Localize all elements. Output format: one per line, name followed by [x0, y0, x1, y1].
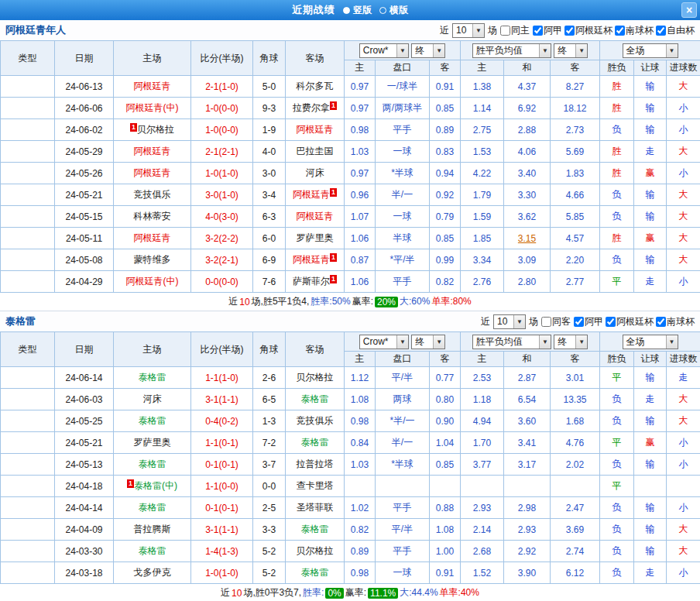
team-name: 科尔多瓦 [297, 81, 334, 91]
avg-final-select[interactable]: 终▼ [554, 43, 588, 58]
odds-final-select[interactable]: 终▼ [411, 335, 445, 349]
same-venue-checkbox[interactable]: 同客 [541, 315, 571, 328]
team-name: 泰格雷 [301, 437, 329, 448]
avg-away-odds: 2.20 [551, 249, 600, 271]
result-goals: 大 [667, 541, 700, 562]
sub-header-avg-away: 客 [551, 60, 600, 76]
avg-draw-odds: 2.87 [504, 367, 551, 389]
result-handicap: 走 [634, 562, 667, 584]
league-filter-group: 阿甲阿根廷杯南球杯自由杯 [533, 24, 695, 37]
odds-away: 0.77 [430, 367, 461, 389]
odds-company-select[interactable]: Crow*▼ [359, 43, 409, 58]
team-name-heading: 泰格雷 [5, 314, 36, 328]
odds-company-select[interactable]: Crow*▼ [359, 335, 409, 349]
odds-final-select[interactable]: 终▼ [411, 43, 445, 58]
avg-away-odds: 2.47 [551, 497, 600, 519]
corner-score: 3-3 [253, 519, 286, 541]
same-venue-checkbox-input[interactable] [541, 317, 551, 327]
match-type-badge: 南球杯 [1, 206, 55, 228]
match-count-select[interactable]: 10 ▼ [452, 23, 485, 38]
avg-home-odds: 3.77 [461, 454, 504, 476]
league-filter-checkbox[interactable]: 南球杯 [656, 315, 695, 328]
odds-company-value: Crow* [363, 45, 396, 56]
radio-unselected-icon [379, 7, 386, 14]
summary-bar: 近10场,胜5平1负4, 胜率:50% 赢率: 20% 大:60% 单率:80% [0, 293, 700, 311]
odds-home: 0.87 [345, 249, 376, 271]
home-team-cell: 科林蒂安 [114, 206, 191, 228]
odds-handicap: 一球 [376, 562, 430, 584]
result-outcome: 负 [600, 410, 634, 432]
avg-draw-odds: 2.92 [504, 541, 551, 562]
odds-home: 1.12 [345, 367, 376, 389]
league-checkbox-input[interactable] [564, 26, 575, 36]
summary-token: 10 [239, 297, 249, 307]
odds-handicap: 平/半 [376, 519, 430, 541]
league-filter-checkbox[interactable]: 阿甲 [533, 24, 562, 37]
scope-select[interactable]: 全场▼ [623, 335, 678, 349]
home-team-cell: 泰格雷 [114, 541, 191, 562]
result-goals: 大 [667, 389, 700, 410]
league-filter-checkbox[interactable]: 阿根廷杯 [606, 315, 654, 328]
scope-group-header: 全场▼ [600, 41, 700, 60]
league-checkbox-input[interactable] [656, 26, 666, 36]
league-label: 阿根廷杯 [616, 315, 654, 328]
scope-select[interactable]: 全场▼ [623, 43, 678, 58]
result-outcome: 负 [600, 389, 634, 410]
avg-away-odds: 1.68 [551, 410, 600, 432]
avg-away-odds: 2.73 [551, 119, 600, 141]
results-table: 类型 日期 主场 比分(半场) 角球 客场 Crow*▼ 终▼ 胜平负均值▼ 终… [0, 40, 700, 293]
summary-bar: 近10场,胜0平3负7, 胜率: 0% 赢率: 11.1% 大:44.4% 单率… [0, 584, 700, 601]
home-team-cell: 阿根廷青 [114, 228, 191, 249]
odds-away: 0.91 [430, 76, 461, 98]
home-team-cell: 蒙特维多 [114, 249, 191, 271]
card-count-badge: 1 [330, 275, 337, 283]
table-row: 阿甲24-05-26阿根廷青1-0(1-0)3-0河床0.97*半球0.944.… [1, 163, 700, 184]
close-button[interactable]: × [681, 2, 697, 18]
avg-away-odds: 3.01 [551, 367, 600, 389]
avg-home-odds: 1.14 [461, 98, 504, 119]
home-team-cell: 阿根廷青 [114, 141, 191, 163]
team-name: 阿根廷青 [134, 81, 171, 91]
match-count-select[interactable]: 10 ▼ [493, 314, 526, 329]
league-filter-checkbox[interactable]: 阿根廷杯 [564, 24, 612, 37]
sub-header-away-odds: 客 [430, 60, 461, 76]
league-filter-checkbox[interactable]: 自由杯 [656, 24, 695, 37]
layout-radio-horizontal[interactable]: 横版 [379, 4, 408, 17]
league-label: 自由杯 [667, 24, 695, 37]
result-handicap: 赢 [634, 228, 667, 249]
team-name: 泰格雷 [301, 524, 329, 534]
match-date: 24-04-29 [55, 271, 114, 293]
team-name: 阿根廷青(中) [126, 276, 179, 287]
league-filter-checkbox[interactable]: 南球杯 [615, 24, 654, 37]
avg-away-odds [551, 476, 600, 497]
layout-radio-vertical[interactable]: 竖版 [343, 4, 372, 17]
league-checkbox-input[interactable] [574, 317, 584, 327]
avg-odds-select[interactable]: 胜平负均值▼ [472, 43, 551, 58]
chevron-down-icon: ▼ [575, 44, 587, 57]
league-checkbox-input[interactable] [615, 26, 625, 36]
away-team-cell: 罗萨里奥 [286, 228, 345, 249]
same-venue-checkbox[interactable]: 同主 [500, 24, 530, 37]
odds-home: 1.02 [345, 497, 376, 519]
summary-token: 近 [221, 586, 230, 599]
avg-odds-select[interactable]: 胜平负均值▼ [472, 335, 551, 349]
avg-final-select[interactable]: 终▼ [554, 335, 588, 349]
home-team-cell: 泰格雷 [114, 367, 191, 389]
home-team-cell: 阿根廷青(中) [114, 271, 191, 293]
away-team-cell: 贝尔格拉 [286, 541, 345, 562]
league-checkbox-input[interactable] [656, 317, 666, 327]
league-filter-checkbox[interactable]: 阿甲 [574, 315, 603, 328]
league-checkbox-input[interactable] [606, 317, 616, 327]
match-type-badge: 阿甲 [1, 271, 55, 293]
sub-header-goals: 进球数 [667, 352, 700, 367]
team-name: 巴拉圭国 [297, 146, 334, 156]
league-checkbox-input[interactable] [533, 26, 543, 36]
avg-draw-odds[interactable]: 3.15 [504, 228, 551, 249]
result-handicap: 输 [634, 206, 667, 228]
away-team-cell: 泰格雷 [286, 562, 345, 584]
result-handicap: 输 [634, 497, 667, 519]
odds-home: 0.97 [345, 76, 376, 98]
odds-away: 0.90 [430, 410, 461, 432]
result-outcome: 胜 [600, 76, 634, 98]
same-venue-checkbox-input[interactable] [500, 26, 510, 36]
